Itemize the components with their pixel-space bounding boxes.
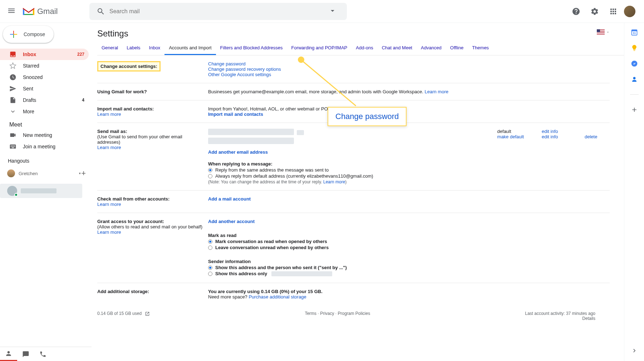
purchase-storage-link[interactable]: Purchase additional storage bbox=[249, 294, 306, 300]
leave-unread-radio[interactable]: Leave conversation unread when opened by… bbox=[208, 245, 610, 250]
main-menu-button[interactable] bbox=[3, 2, 20, 20]
footer-terms[interactable]: Terms bbox=[305, 311, 316, 316]
compose-button[interactable]: Compose bbox=[3, 26, 54, 43]
footer-details[interactable]: Details bbox=[582, 316, 595, 321]
annotation-callout: Change password bbox=[328, 107, 407, 126]
redacted-badge bbox=[297, 130, 304, 135]
inbox-icon bbox=[9, 51, 16, 58]
tab-themes[interactable]: Themes bbox=[468, 41, 493, 55]
add-contact-button[interactable]: + bbox=[81, 169, 86, 178]
meet-section-title: Meet bbox=[0, 117, 92, 129]
support-icon[interactable] bbox=[568, 4, 584, 19]
tab-forwarding[interactable]: Forwarding and POP/IMAP bbox=[287, 41, 352, 55]
svg-point-4 bbox=[633, 77, 635, 79]
nav-starred[interactable]: Starred bbox=[0, 60, 89, 71]
search-options-button[interactable] bbox=[321, 4, 344, 19]
check-mail-label: Check mail from other accounts: bbox=[97, 196, 169, 202]
open-external-icon[interactable] bbox=[145, 311, 150, 316]
show-address-only-radio[interactable]: Show this address only bbox=[208, 271, 610, 276]
hangouts-chat-tab[interactable] bbox=[17, 347, 34, 361]
hamburger-icon bbox=[7, 6, 16, 15]
annotation-dot bbox=[298, 56, 304, 63]
footer-activity: Last account activity: 37 minutes ago bbox=[525, 311, 595, 316]
meet-join[interactable]: Join a meeting bbox=[0, 141, 89, 152]
import-text: Import from Yahoo!, Hotmail, AOL, or oth… bbox=[208, 106, 610, 112]
nav-sent[interactable]: Sent bbox=[0, 83, 89, 94]
caret-down-icon: ▼ bbox=[78, 172, 81, 175]
grant-sub: (Allow others to read and send mail on y… bbox=[97, 224, 202, 229]
edit-info-2[interactable]: edit info bbox=[542, 134, 558, 139]
user-avatar-small bbox=[7, 169, 15, 177]
caret-down-icon bbox=[328, 6, 337, 15]
expand-icon bbox=[9, 108, 16, 115]
send-learn-more[interactable]: Learn more bbox=[97, 145, 121, 150]
settings-gear-icon[interactable] bbox=[587, 4, 603, 19]
nav-more[interactable]: More bbox=[0, 106, 89, 117]
hide-panel-icon[interactable] bbox=[631, 347, 638, 354]
hangouts-contacts-tab[interactable] bbox=[0, 347, 17, 361]
phone-icon bbox=[39, 351, 46, 358]
tab-offline[interactable]: Offline bbox=[446, 41, 468, 55]
meet-new[interactable]: New meeting bbox=[0, 129, 89, 141]
change-account-settings-label: Change account settings: bbox=[97, 61, 161, 71]
import-learn-more[interactable]: Learn more bbox=[97, 112, 121, 117]
grant-learn-more[interactable]: Learn more bbox=[97, 229, 121, 235]
default-label: default bbox=[497, 129, 524, 134]
search-bar[interactable] bbox=[89, 3, 347, 20]
tab-addons[interactable]: Add-ons bbox=[352, 41, 377, 55]
hangouts-phone-tab[interactable] bbox=[34, 347, 51, 361]
make-default-link[interactable]: make default bbox=[497, 134, 524, 139]
search-input[interactable] bbox=[109, 8, 321, 15]
footer-privacy[interactable]: Privacy bbox=[320, 311, 334, 316]
tab-inbox[interactable]: Inbox bbox=[145, 41, 165, 55]
edit-info-1[interactable]: edit info bbox=[542, 129, 558, 134]
nav-drafts[interactable]: Drafts 4 bbox=[0, 94, 89, 106]
search-icon bbox=[97, 7, 105, 16]
tab-labels[interactable]: Labels bbox=[122, 41, 144, 55]
tasks-icon[interactable] bbox=[631, 60, 638, 67]
apps-grid-icon[interactable] bbox=[605, 4, 621, 19]
footer-policies[interactable]: Program Policies bbox=[338, 311, 370, 316]
tab-advanced[interactable]: Advanced bbox=[417, 41, 446, 55]
tab-accounts-import[interactable]: Accounts and Import bbox=[164, 41, 216, 55]
add-addon-icon[interactable] bbox=[631, 106, 638, 113]
account-avatar[interactable] bbox=[624, 6, 635, 17]
presence-dot bbox=[14, 193, 18, 197]
contacts-icon[interactable] bbox=[631, 76, 638, 83]
compose-plus-icon bbox=[8, 29, 19, 40]
check-learn-more[interactable]: Learn more bbox=[97, 202, 121, 207]
reply-header: When replying to a message: bbox=[208, 161, 272, 167]
nav-snoozed[interactable]: Snoozed bbox=[0, 71, 89, 83]
import-mail-contacts-link[interactable]: Import mail and contacts bbox=[208, 112, 263, 117]
tab-general[interactable]: General bbox=[97, 41, 122, 55]
mark-read-radio[interactable]: Mark conversation as read when opened by… bbox=[208, 239, 610, 244]
change-recovery-link[interactable]: Change password recovery options bbox=[208, 66, 281, 72]
show-address-person-radio[interactable]: Show this address and the person who sen… bbox=[208, 265, 610, 270]
reply-same-radio[interactable]: Reply from the same address the message … bbox=[208, 167, 610, 173]
hangouts-current-user[interactable]: Gretchen ▼ + bbox=[0, 167, 92, 180]
send-as-sub: (Use Gmail to send from your other email… bbox=[97, 134, 182, 145]
hangouts-contact[interactable] bbox=[0, 184, 82, 198]
calendar-icon[interactable]: 31 bbox=[631, 29, 638, 36]
keep-icon[interactable] bbox=[631, 44, 638, 51]
add-mail-account-link[interactable]: Add a mail account bbox=[208, 196, 251, 202]
delete-link[interactable]: delete bbox=[585, 134, 597, 139]
storage-usage: You are currently using 0.14 GB (0%) of … bbox=[208, 289, 323, 294]
gmail-logo[interactable]: Gmail bbox=[21, 6, 89, 17]
nav-inbox[interactable]: Inbox 227 bbox=[0, 49, 89, 60]
reply-note-learn[interactable]: Learn more bbox=[323, 179, 345, 184]
svg-text:31: 31 bbox=[633, 31, 635, 35]
send-as-label: Send mail as: bbox=[97, 129, 127, 134]
language-selector[interactable] bbox=[597, 29, 610, 35]
work-text: Businesses get yourname@example.com emai… bbox=[208, 89, 424, 94]
change-password-link[interactable]: Change password bbox=[208, 61, 246, 66]
add-email-link[interactable]: Add another email address bbox=[208, 149, 268, 155]
star-icon bbox=[9, 62, 16, 69]
tab-filters[interactable]: Filters and Blocked Addresses bbox=[216, 41, 287, 55]
footer-storage: 0.14 GB of 15 GB used bbox=[97, 311, 142, 316]
work-learn-more[interactable]: Learn more bbox=[424, 89, 448, 94]
add-another-account-link[interactable]: Add another account bbox=[208, 219, 255, 224]
reply-default-radio[interactable]: Always reply from default address (curre… bbox=[208, 173, 610, 179]
tab-chat-meet[interactable]: Chat and Meet bbox=[378, 41, 417, 55]
other-account-settings-link[interactable]: Other Google Account settings bbox=[208, 72, 271, 77]
